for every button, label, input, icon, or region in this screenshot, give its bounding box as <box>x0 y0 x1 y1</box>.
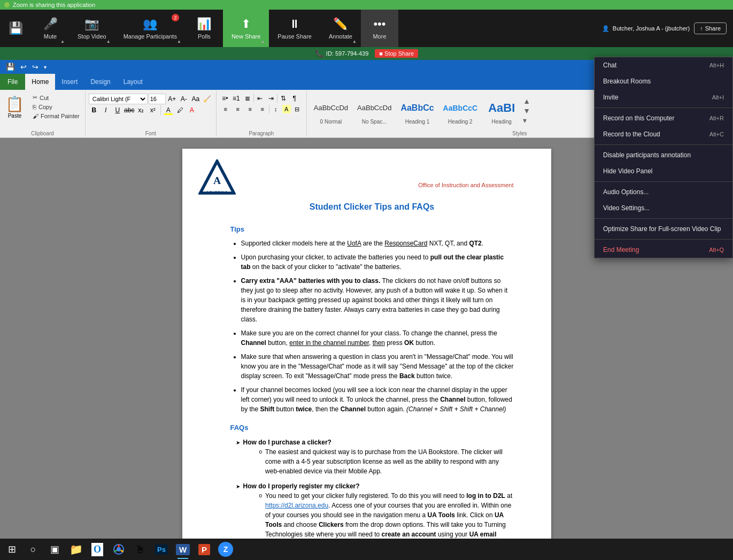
doc-header-text: Office of Instruction and Assessment <box>418 182 513 188</box>
tab-design[interactable]: Design <box>84 74 117 90</box>
font-family-select[interactable]: Calibri Light (F <box>89 94 148 104</box>
paste-button[interactable]: 📋 Paste <box>3 93 26 128</box>
align-right-button[interactable]: ≡ <box>244 104 256 114</box>
copy-button[interactable]: ⎘ Copy <box>30 103 82 111</box>
taskbar-clicker-app[interactable]: 🖱 <box>130 540 150 559</box>
line-spacing-button[interactable]: ↕ <box>270 104 282 114</box>
share-btn-label: Share <box>705 25 721 32</box>
qa-customize[interactable]: ▾ <box>42 63 48 71</box>
style-normal[interactable]: AaBbCcDd 0 Normal <box>310 95 352 126</box>
search-icon: ○ <box>30 544 36 555</box>
justify-button[interactable]: ≡ <box>257 104 268 114</box>
menu-item-audio-options[interactable]: Audio Options... <box>595 184 732 200</box>
style-nospace[interactable]: AaBbCcDd No Spac... <box>353 95 395 126</box>
menu-item-disable-annotation[interactable]: Disable participants annotation <box>595 147 732 163</box>
new-share-label: New Share <box>232 33 260 40</box>
font-size-input[interactable] <box>149 94 166 104</box>
taskbar-chrome[interactable] <box>109 540 128 559</box>
ordered-list-button[interactable]: ≡1 <box>231 93 242 104</box>
qa-save[interactable]: 💾 <box>4 62 17 72</box>
style-heading2[interactable]: AaBbCcC Heading 2 <box>439 95 482 126</box>
doc-right-header: Office of Instruction and Assessment <box>230 181 514 190</box>
highlight-button[interactable]: 🖊 <box>175 105 186 116</box>
menu-item-record-computer[interactable]: Record on this Computer Alt+R <box>595 110 732 126</box>
tab-insert[interactable]: Insert <box>55 74 84 90</box>
sort-button[interactable]: ⇅ <box>278 93 289 104</box>
bold-button[interactable]: B <box>89 105 99 116</box>
mute-button[interactable]: 🎤 Mute ▲ <box>32 10 69 47</box>
more-button[interactable]: ••• More <box>361 10 398 47</box>
para-sep1 <box>253 94 254 103</box>
menu-item-hide-video[interactable]: Hide Video Panel <box>595 163 732 179</box>
share-button[interactable]: ↑ Share <box>694 22 727 34</box>
new-share-button[interactable]: ⬆ New Share ▲ <box>223 10 269 47</box>
strikethrough-button[interactable]: abc <box>124 105 135 116</box>
participants-chevron: ▲ <box>177 39 181 44</box>
pause-share-button[interactable]: ⏸ Pause Share <box>269 10 320 47</box>
menu-item-optimize-share[interactable]: Optimize Share for Full-screen Video Cli… <box>595 221 732 237</box>
video-chevron: ▲ <box>106 39 111 44</box>
qa-undo[interactable]: ↩ <box>19 62 28 72</box>
font-grow-button[interactable]: A+ <box>167 94 178 104</box>
styles-more[interactable]: ▾ <box>522 116 531 125</box>
taskbar-file-explorer[interactable]: 📁 <box>66 540 86 559</box>
tab-layout[interactable]: Layout <box>117 74 149 90</box>
multilevel-list-button[interactable]: ≣ <box>242 93 253 104</box>
invite-label: Invite <box>603 94 619 101</box>
taskbar-powerpoint[interactable]: P <box>195 540 214 559</box>
italic-button[interactable]: I <box>101 105 111 116</box>
text-color-button[interactable]: A <box>163 105 174 116</box>
cut-button[interactable]: ✂ Cut <box>30 93 82 102</box>
clear-format-button[interactable]: 🧹 <box>202 94 213 104</box>
taskbar-zoom[interactable]: Z <box>216 540 235 559</box>
styles-scroll-down[interactable]: ▼ <box>522 106 531 115</box>
save-btn[interactable]: 💾 <box>0 10 32 47</box>
menu-item-record-cloud[interactable]: Record to the Cloud Alt+C <box>595 126 732 142</box>
stop-video-button[interactable]: 📷 Stop Video ▲ <box>69 10 115 47</box>
d2l-link[interactable]: https://d2l.arizona.edu <box>265 502 328 509</box>
menu-item-breakout[interactable]: Breakout Rooms <box>595 73 732 89</box>
task-view-button[interactable]: ▣ <box>45 540 64 559</box>
tab-home[interactable]: Home <box>25 74 55 90</box>
increase-indent-button[interactable]: ⇥ <box>266 93 276 104</box>
style-heading1[interactable]: AaBbCc Heading 1 <box>397 95 437 126</box>
menu-item-end-meeting[interactable]: End Meeting Alt+Q <box>595 242 732 258</box>
polls-button[interactable]: 📊 Polls <box>186 10 223 47</box>
underline-button[interactable]: U <box>112 105 123 116</box>
taskbar-word[interactable]: W <box>173 540 192 559</box>
format-painter-button[interactable]: 🖌 Format Painter <box>30 112 82 120</box>
style-nospace-preview: AaBbCcDd <box>357 97 391 119</box>
styles-scroll-up[interactable]: ▲ <box>522 97 531 105</box>
audio-options-label: Audio Options... <box>603 188 649 196</box>
shading-button[interactable]: A <box>282 105 291 113</box>
menu-item-chat[interactable]: Chat Alt+H <box>595 57 732 73</box>
style-heading3[interactable]: AaBI Heading <box>483 95 520 126</box>
stop-share-button[interactable]: ■ Stop Share <box>375 49 418 58</box>
tab-layout-label: Layout <box>124 78 143 86</box>
start-button[interactable]: ⊞ <box>2 540 21 559</box>
annotate-button[interactable]: ✏️ Annotate ▲ <box>320 10 361 47</box>
font-shrink-button[interactable]: A- <box>179 94 189 104</box>
unordered-list-button[interactable]: ≡• <box>220 93 230 104</box>
font-color-button[interactable]: A <box>187 105 197 116</box>
qa-redo[interactable]: ↪ <box>30 62 40 72</box>
search-button[interactable]: ○ <box>24 540 43 559</box>
taskbar-photoshop[interactable]: Ps <box>152 540 171 559</box>
manage-participants-button[interactable]: 👥 2 Manage Participants ▲ <box>115 10 186 47</box>
decrease-indent-button[interactable]: ⇤ <box>254 93 265 104</box>
font-group-label: Font <box>89 129 213 136</box>
menu-item-video-settings[interactable]: Video Settings... <box>595 200 732 216</box>
hide-video-label: Hide Video Panel <box>603 167 653 175</box>
font-face-row: Calibri Light (F A+ A- Aa 🧹 <box>89 94 213 104</box>
superscript-button[interactable]: x² <box>148 105 158 116</box>
menu-item-invite[interactable]: Invite Alt+I <box>595 89 732 105</box>
align-center-button[interactable]: ≡ <box>232 104 244 114</box>
show-marks-button[interactable]: ¶ <box>289 93 300 104</box>
style-h1-label: Heading 1 <box>405 119 430 125</box>
change-case-button[interactable]: Aa <box>190 94 201 104</box>
subscript-button[interactable]: x₂ <box>136 105 146 116</box>
align-left-button[interactable]: ≡ <box>220 104 232 114</box>
taskbar-outlook[interactable]: O <box>88 540 107 559</box>
border-button[interactable]: ⊟ <box>291 104 303 114</box>
tab-file[interactable]: File <box>0 74 25 90</box>
